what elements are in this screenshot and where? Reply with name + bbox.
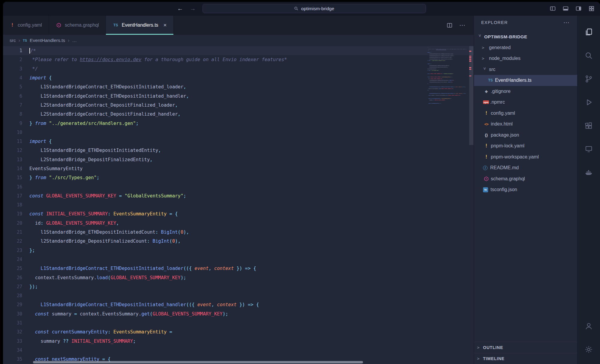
toggle-panel-icon[interactable] bbox=[562, 5, 569, 12]
line-number[interactable]: 9 bbox=[3, 121, 22, 126]
source-control-icon[interactable] bbox=[578, 67, 600, 90]
line-number[interactable]: 5 bbox=[3, 84, 22, 90]
tab-config-yaml[interactable]: !config.yaml bbox=[3, 16, 49, 35]
code-line[interactable]: 16 bbox=[3, 182, 474, 191]
code-line[interactable]: 10 bbox=[3, 128, 474, 137]
file-item-config-yaml[interactable]: !config.yaml bbox=[474, 108, 577, 119]
file-item--gitignore[interactable]: ◆.gitignore bbox=[474, 86, 577, 97]
code-line[interactable]: 22 l2StandardBridge_DepositFinalizedCoun… bbox=[3, 237, 474, 246]
code-line[interactable]: 1/* bbox=[3, 46, 474, 55]
line-number[interactable]: 27 bbox=[3, 284, 22, 289]
line-number[interactable]: 16 bbox=[3, 184, 22, 190]
code-line[interactable]: 5 L1StandardBridgeContract_ETHDepositIni… bbox=[3, 82, 474, 91]
line-number[interactable]: 13 bbox=[3, 157, 22, 162]
toggle-sidebar-icon[interactable] bbox=[550, 5, 556, 12]
tab-schema-graphql[interactable]: schema.graphql bbox=[49, 16, 106, 35]
line-number[interactable]: 33 bbox=[3, 339, 22, 344]
file-item-eventhandlers-ts[interactable]: TSEventHandlers.ts bbox=[474, 75, 577, 86]
line-number[interactable]: 18 bbox=[3, 202, 22, 208]
file-item-package-json[interactable]: {}package.json bbox=[474, 130, 577, 141]
breadcrumb-item-src[interactable]: src bbox=[10, 38, 16, 43]
vertical-scrollbar[interactable] bbox=[469, 46, 474, 364]
command-center-search[interactable]: optimism-bridge bbox=[202, 4, 426, 13]
code-line[interactable]: 3 */ bbox=[3, 64, 474, 73]
explorer-more-actions-icon[interactable]: ⋯ bbox=[563, 19, 570, 26]
code-line[interactable]: 28 bbox=[3, 291, 474, 300]
code-line[interactable]: 29 L1StandardBridgeContract_ETHDepositIn… bbox=[3, 300, 474, 309]
account-icon[interactable] bbox=[578, 314, 600, 338]
line-number[interactable]: 17 bbox=[3, 193, 22, 199]
line-number[interactable]: 2 bbox=[3, 57, 22, 62]
code-line[interactable]: 8 L2StandardBridgeContract_DepositFinali… bbox=[3, 110, 474, 119]
line-number[interactable]: 8 bbox=[3, 111, 22, 117]
line-number[interactable]: 29 bbox=[3, 302, 22, 307]
code-line[interactable]: 26 context.EventsSummary.load(GLOBAL_EVE… bbox=[3, 273, 474, 282]
tree-item-optimism-bridge[interactable]: >OPTIMISM-BRIDGE bbox=[474, 31, 577, 42]
file-item-index-html[interactable]: <>index.html bbox=[474, 119, 577, 130]
code-line[interactable]: 18 bbox=[3, 200, 474, 209]
line-number[interactable]: 7 bbox=[3, 102, 22, 108]
forward-button[interactable]: → bbox=[190, 5, 196, 12]
code-line[interactable]: 23}; bbox=[3, 246, 474, 255]
vertical-scrollbar-thumb[interactable] bbox=[469, 46, 473, 145]
code-line[interactable]: 30 const summary = context.EventsSummary… bbox=[3, 309, 474, 318]
file-item--npmrc[interactable]: npm.npmrc bbox=[474, 97, 577, 108]
line-number[interactable]: 6 bbox=[3, 93, 22, 99]
code-line[interactable]: 13 L2StandardBridge_DepositFinalizedEnti… bbox=[3, 155, 474, 164]
line-number[interactable]: 11 bbox=[3, 139, 22, 144]
tree-item-generated[interactable]: >generated bbox=[474, 42, 577, 53]
close-tab-icon[interactable]: × bbox=[164, 22, 167, 28]
code-line[interactable]: 6 L1StandardBridgeContract_ETHDepositIni… bbox=[3, 91, 474, 100]
code-editor[interactable]: 1/*2 *Please refer to https://docs.envio… bbox=[3, 46, 474, 364]
file-item-readme-md[interactable]: iREADME.md bbox=[474, 162, 577, 173]
line-number[interactable]: 20 bbox=[3, 220, 22, 226]
line-number[interactable]: 34 bbox=[3, 348, 22, 353]
line-number[interactable]: 12 bbox=[3, 148, 22, 153]
breadcrumb-item-symbol[interactable]: … bbox=[72, 38, 77, 43]
code-line[interactable]: 21 l1StandardBridge_ETHDepositInitiatedC… bbox=[3, 228, 474, 237]
customize-layout-icon[interactable] bbox=[588, 5, 595, 12]
code-line[interactable]: 20 id: GLOBAL_EVENTS_SUMMARY_KEY, bbox=[3, 219, 474, 228]
line-number[interactable]: 25 bbox=[3, 266, 22, 271]
back-button[interactable]: ← bbox=[177, 5, 183, 12]
line-number[interactable]: 32 bbox=[3, 329, 22, 335]
tree-item-node_modules[interactable]: >node_modules bbox=[474, 53, 577, 64]
minimap[interactable]: /* *Please refer to https://docs.envio.d… bbox=[428, 47, 467, 108]
code-line[interactable]: 17const GLOBAL_EVENTS_SUMMARY_KEY = "Glo… bbox=[3, 191, 474, 200]
code-line[interactable]: 32 const currentSummaryEntity: EventsSum… bbox=[3, 327, 474, 336]
code-line[interactable]: 9} from "../generated/src/Handlers.gen"; bbox=[3, 119, 474, 128]
explorer-icon[interactable] bbox=[578, 20, 600, 44]
horizontal-scrollbar-thumb[interactable] bbox=[33, 361, 363, 363]
line-number[interactable]: 35 bbox=[3, 357, 22, 362]
code-line[interactable]: 11import { bbox=[3, 137, 474, 146]
code-line[interactable]: 7 L2StandardBridgeContract_DepositFinali… bbox=[3, 101, 474, 110]
line-number[interactable]: 10 bbox=[3, 130, 22, 135]
settings-icon[interactable] bbox=[578, 338, 600, 361]
code-line[interactable]: 2 *Please refer to https://docs.envio.de… bbox=[3, 55, 474, 64]
line-number[interactable]: 23 bbox=[3, 248, 22, 253]
line-number[interactable]: 21 bbox=[3, 229, 22, 235]
file-item-tsconfig-json[interactable]: tstsconfig.json bbox=[474, 184, 577, 195]
code-line[interactable]: 25 L1StandardBridgeContract_ETHDepositIn… bbox=[3, 264, 474, 273]
more-actions-icon[interactable]: ⋯ bbox=[459, 22, 466, 29]
split-editor-icon[interactable] bbox=[446, 22, 453, 28]
code-line[interactable]: 4import { bbox=[3, 73, 474, 82]
search-icon[interactable] bbox=[578, 44, 600, 67]
section-outline[interactable]: >OUTLINE bbox=[474, 342, 577, 353]
file-item-pnpm-lock-yaml[interactable]: !pnpm-lock.yaml bbox=[474, 141, 577, 152]
code-line[interactable]: 14EventsSummaryEntity bbox=[3, 164, 474, 173]
code-line[interactable]: 34 bbox=[3, 346, 474, 355]
line-number[interactable]: 26 bbox=[3, 275, 22, 280]
line-number[interactable]: 4 bbox=[3, 75, 22, 81]
code-line[interactable]: 33 summary ?? INITIAL_EVENTS_SUMMARY; bbox=[3, 337, 474, 346]
file-item-pnpm-workspace-yaml[interactable]: !pnpm-workspace.yaml bbox=[474, 152, 577, 163]
remote-icon[interactable] bbox=[578, 137, 600, 161]
toggle-secondary-sidebar-icon[interactable] bbox=[575, 5, 582, 12]
tab-eventhandlers-ts[interactable]: TSEventHandlers.ts× bbox=[106, 16, 174, 35]
tree-item-src[interactable]: >src bbox=[474, 64, 577, 75]
line-number[interactable]: 14 bbox=[3, 166, 22, 171]
line-number[interactable]: 31 bbox=[3, 320, 22, 326]
line-number[interactable]: 28 bbox=[3, 293, 22, 298]
code-line[interactable]: 31 bbox=[3, 318, 474, 327]
code-line[interactable]: 12 L1StandardBridge_ETHDepositInitiatedE… bbox=[3, 146, 474, 155]
